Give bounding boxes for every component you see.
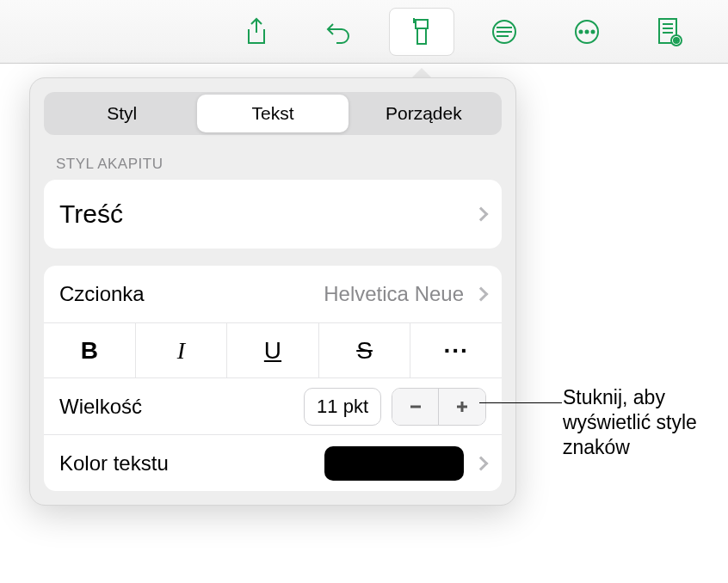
paragraph-style-row[interactable]: Treść (44, 180, 502, 249)
paragraph-style-header: STYL AKAPITU (56, 156, 502, 173)
font-row[interactable]: Czcionka Helvetica Neue (44, 266, 502, 322)
size-decrease-button[interactable] (392, 389, 439, 425)
svg-point-7 (676, 39, 677, 40)
size-stepper (392, 388, 486, 426)
svg-point-2 (580, 30, 583, 33)
svg-point-3 (586, 30, 589, 33)
insert-button[interactable] (472, 8, 537, 56)
callout-text: Stuknij, aby wyświetlić style znaków (563, 385, 718, 459)
format-tabs: Styl Tekst Porządek (44, 92, 502, 135)
view-options-button[interactable] (637, 8, 702, 56)
tab-style[interactable]: Styl (46, 95, 197, 132)
svg-point-4 (592, 30, 595, 33)
plus-icon (453, 398, 471, 415)
font-card: Czcionka Helvetica Neue B I U S ··· Wiel… (44, 266, 502, 491)
underline-button[interactable]: U (227, 323, 319, 377)
font-name: Helvetica Neue (324, 282, 464, 306)
tab-text[interactable]: Tekst (197, 95, 348, 132)
size-label: Wielkość (59, 395, 142, 419)
format-popover: Styl Tekst Porządek STYL AKAPITU Treść C… (29, 77, 516, 506)
chevron-right-icon (474, 207, 489, 222)
app-toolbar (0, 0, 728, 64)
paragraph-style-value: Treść (59, 199, 123, 229)
italic-button[interactable]: I (136, 323, 228, 377)
size-value[interactable]: 11 pkt (304, 388, 381, 426)
font-label: Czcionka (59, 282, 145, 306)
more-button[interactable] (554, 8, 620, 56)
text-color-row[interactable]: Kolor tekstu (44, 434, 502, 491)
text-color-label: Kolor tekstu (59, 451, 169, 476)
tab-arrange[interactable]: Porządek (349, 95, 499, 132)
more-text-options-button[interactable]: ··· (410, 323, 502, 377)
format-button[interactable] (389, 8, 454, 56)
bold-button[interactable]: B (44, 323, 136, 377)
minus-icon (407, 398, 424, 415)
undo-button[interactable] (306, 8, 372, 56)
paragraph-style-card: Treść (44, 180, 502, 249)
size-row: Wielkość 11 pkt (44, 377, 502, 434)
chevron-right-icon (474, 456, 489, 470)
strikethrough-button[interactable]: S (319, 323, 411, 377)
font-format-row: B I U S ··· (44, 322, 502, 377)
text-color-swatch[interactable] (324, 446, 464, 481)
callout-line (479, 402, 562, 403)
size-increase-button[interactable] (439, 389, 485, 425)
share-button[interactable] (224, 8, 289, 56)
chevron-right-icon (474, 287, 489, 302)
